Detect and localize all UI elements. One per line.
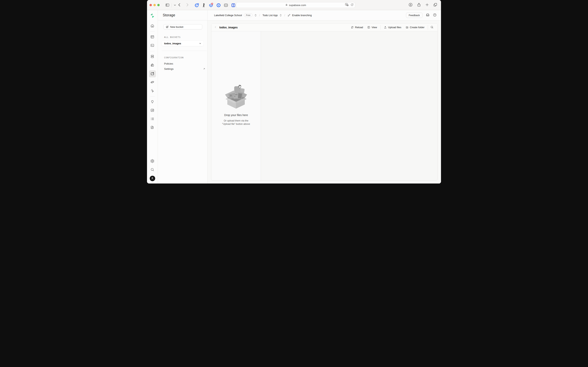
arrow-up-right-icon: [203, 68, 205, 70]
zoom-window-button[interactable]: [157, 4, 160, 6]
share-button[interactable]: [417, 2, 421, 8]
rail-item-logs[interactable]: [149, 116, 156, 123]
auth-lock-icon: [150, 63, 154, 68]
forward-icon: [185, 3, 189, 8]
upload-files-button[interactable]: Upload files: [382, 25, 403, 30]
rail-item-edge-functions[interactable]: [149, 87, 156, 94]
forward-button[interactable]: [185, 3, 189, 8]
sidebar-toggle-button[interactable]: [165, 3, 169, 8]
explorer-column-2[interactable]: [261, 31, 437, 180]
cube-heart-extension-icon: [209, 3, 213, 8]
grab-hand-cursor: [237, 84, 242, 90]
explorer-bucket-title: todos_images: [219, 26, 238, 29]
tabs-icon: [433, 2, 437, 8]
rail-item-database[interactable]: [149, 53, 156, 60]
tab-overview-button[interactable]: [433, 2, 437, 8]
rail-item-storage[interactable]: [149, 70, 156, 77]
all-buckets-section-label: ALL BUCKETS: [164, 36, 207, 38]
reload-label: Reload: [355, 26, 363, 29]
back-button[interactable]: [177, 3, 182, 8]
translate-button[interactable]: A: [345, 3, 349, 7]
browser-window: supabase.com A: [147, 0, 441, 184]
view-label: View: [372, 26, 377, 29]
edit-square-icon: [166, 25, 168, 28]
rail-item-realtime[interactable]: [149, 79, 156, 86]
downloads-button[interactable]: [408, 2, 413, 8]
chevron-left-icon: [214, 26, 217, 29]
explorer-header: todos_images Reload: [211, 24, 437, 31]
empty-state-title: Drop your files here: [224, 114, 248, 117]
breadcrumb: Lakefield College School Free / Todo Lis…: [214, 13, 312, 17]
project-name: Todo List App: [262, 14, 278, 17]
sidebar-item-settings[interactable]: Settings: [164, 66, 206, 72]
database-icon: [150, 54, 154, 59]
bucket-item-todos-images[interactable]: todos_images: [162, 41, 204, 46]
empty-state-subtitle: Or upload them via the "Upload file" but…: [222, 119, 250, 126]
browser-toolbar: supabase.com A: [147, 0, 441, 10]
org-selector[interactable]: Lakefield College School Free: [214, 13, 257, 17]
supabase-logo[interactable]: [149, 12, 156, 19]
rail-item-reports[interactable]: [149, 107, 156, 114]
download-icon: [408, 2, 413, 8]
extension-instapaper-button[interactable]: [231, 3, 236, 8]
address-bar[interactable]: supabase.com A: [236, 2, 355, 8]
view-button[interactable]: View: [365, 25, 379, 30]
rail-item-search[interactable]: [149, 167, 156, 173]
minimize-window-button[interactable]: [153, 4, 156, 6]
one-password-extension-icon: [216, 3, 221, 8]
sidebar-header: Storage: [158, 10, 207, 20]
rail-item-settings[interactable]: [149, 158, 156, 165]
extension-one-password-button[interactable]: [216, 3, 221, 8]
org-name: Lakefield College School: [214, 14, 242, 17]
extension-figure-button[interactable]: [202, 3, 206, 8]
empty-state-subtitle-line1: Or upload them via the: [224, 119, 248, 122]
upload-files-label: Upload files: [388, 26, 401, 29]
extension-dots-button[interactable]: [224, 3, 228, 8]
rail-item-table-editor[interactable]: [149, 34, 156, 41]
notifications-button[interactable]: [426, 13, 430, 17]
rail-item-advisors[interactable]: [149, 99, 156, 106]
translate-icon: A: [345, 3, 349, 7]
reload-button[interactable]: Reload: [349, 25, 365, 30]
explorer-search-button[interactable]: [429, 25, 435, 29]
inbox-icon: [426, 13, 430, 17]
plan-badge: Free: [244, 13, 252, 17]
address-url: supabase.com: [289, 4, 306, 7]
project-header: Lakefield College School Free / Todo Lis…: [208, 10, 441, 20]
toolbar-divider: [428, 25, 428, 30]
page-reload-button[interactable]: [350, 3, 354, 7]
sidebar-divider: [162, 51, 207, 51]
breadcrumb-separator: /: [284, 14, 285, 17]
select-chevrons-icon: [280, 14, 282, 17]
extension-cube-heart-button[interactable]: [209, 3, 213, 8]
create-folder-label: Create folder: [410, 26, 424, 29]
bucket-name: todos_images: [164, 42, 181, 45]
explorer-back-button[interactable]: [214, 26, 217, 29]
sidebar-item-policies[interactable]: Policies: [164, 61, 206, 66]
feedback-button[interactable]: Feedback: [406, 13, 422, 18]
extension-focus-pause-button[interactable]: [194, 3, 199, 8]
close-window-button[interactable]: [150, 4, 152, 6]
reports-chart-icon: [150, 108, 154, 113]
rail-item-api-docs[interactable]: [149, 124, 156, 131]
enable-branching-button[interactable]: Enable branching: [288, 14, 312, 17]
table-editor-icon: [150, 35, 154, 40]
account-avatar[interactable]: [150, 176, 155, 181]
toolbar-chevron-down-button[interactable]: [174, 4, 176, 7]
rail-item-sql-editor[interactable]: [149, 42, 156, 49]
project-selector[interactable]: Todo List App: [262, 14, 282, 17]
help-button[interactable]: [433, 13, 437, 17]
rail-item-home[interactable]: [149, 23, 156, 30]
nav-rail: [147, 10, 158, 184]
chevron-down-icon: [199, 42, 202, 45]
create-folder-button[interactable]: Create folder: [403, 25, 427, 30]
git-branch-icon: [288, 14, 291, 17]
new-tab-button[interactable]: [425, 3, 429, 7]
explorer-column-1[interactable]: Drop your files here Or upload them via …: [211, 31, 261, 180]
rail-divider: [150, 96, 155, 97]
refresh-icon: [351, 26, 354, 29]
settings-label: Settings: [164, 67, 174, 70]
rail-item-authentication[interactable]: [149, 62, 156, 69]
new-bucket-button[interactable]: New bucket: [164, 24, 202, 29]
logs-list-icon: [150, 117, 154, 122]
